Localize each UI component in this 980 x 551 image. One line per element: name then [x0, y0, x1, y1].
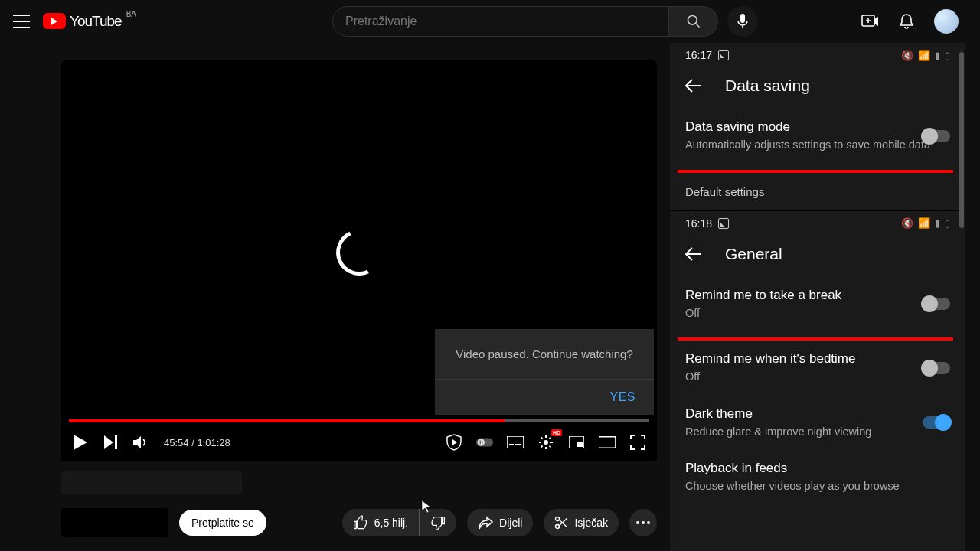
setting-title: Playback in feeds [685, 461, 950, 476]
next-button[interactable] [103, 434, 119, 451]
status-bar-1: 16:17 🔇 📶 ▮ ▯ [670, 43, 965, 67]
data-saving-title: Data saving [725, 77, 810, 95]
search-button[interactable] [669, 6, 718, 37]
picture-icon [718, 50, 729, 60]
progress-fill [69, 419, 505, 422]
settings-button[interactable]: HD [537, 434, 554, 451]
youtube-logo[interactable]: YouTube BA [43, 13, 136, 30]
pause-message: Video paused. Continue watching? [435, 329, 654, 379]
hd-badge: HD [551, 429, 562, 436]
setting-title: Data saving mode [685, 119, 950, 135]
setting-sub: Off [685, 306, 950, 321]
status-bar-2: 16:18 🔇 📶 ▮ ▯ [670, 211, 965, 236]
wifi-icon: 📶 [918, 217, 930, 229]
volume-button[interactable] [133, 434, 150, 451]
video-title-placeholder [61, 471, 242, 494]
play-button[interactable] [72, 434, 89, 451]
clip-button[interactable]: Isječak [544, 509, 619, 536]
data-saving-toggle[interactable] [923, 130, 950, 142]
search-box[interactable] [332, 6, 669, 37]
mute-icon: 🔇 [901, 217, 913, 229]
remind-break-toggle[interactable] [923, 298, 950, 310]
dark-theme-toggle[interactable] [923, 416, 950, 429]
time-display: 45:54 / 1:01:28 [164, 437, 230, 448]
shield-icon[interactable] [446, 434, 462, 451]
svg-point-6 [478, 439, 485, 445]
like-dislike-group: 6,5 hilj. [342, 509, 456, 536]
svg-rect-9 [507, 436, 524, 448]
setting-title: Remind me to take a break [685, 288, 950, 303]
video-player[interactable]: Video paused. Continue watching? YES 45:… [61, 60, 657, 461]
channel-info-placeholder [61, 508, 168, 537]
video-actions-row: Pretplatite se 6,5 hilj. Dijeli Isječak [61, 508, 657, 537]
setting-sub: Reduce glare & improve night viewing [685, 425, 950, 440]
search-input[interactable] [345, 15, 656, 28]
svg-point-20 [647, 521, 650, 524]
like-button[interactable]: 6,5 hilj. [342, 509, 419, 536]
svg-rect-8 [482, 441, 482, 445]
mute-icon: 🔇 [901, 50, 913, 61]
back-button[interactable] [685, 247, 702, 261]
continue-yes-button[interactable]: YES [609, 390, 635, 403]
status-time: 16:18 [685, 217, 712, 230]
svg-marker-4 [452, 439, 457, 445]
notifications-button[interactable] [897, 12, 916, 31]
like-count: 6,5 hilj. [374, 517, 408, 529]
remind-bedtime-toggle[interactable] [923, 362, 950, 374]
data-saving-header: Data saving [670, 67, 965, 109]
battery-icon: ▯ [945, 217, 950, 229]
search-wrap [332, 6, 758, 37]
more-actions-button[interactable] [629, 509, 657, 536]
subtitles-button[interactable] [507, 434, 524, 451]
picture-icon [718, 218, 729, 229]
svg-rect-7 [480, 441, 481, 445]
share-icon [478, 516, 493, 530]
youtube-logo-text: YouTube [70, 13, 122, 30]
thumb-down-icon [430, 515, 446, 530]
create-button[interactable] [861, 12, 879, 31]
svg-rect-15 [599, 437, 616, 448]
dark-theme-setting[interactable]: Dark theme Reduce glare & improve night … [670, 396, 965, 451]
clip-label: Isječak [574, 517, 608, 529]
fullscreen-button[interactable] [629, 434, 646, 451]
svg-rect-10 [509, 444, 514, 445]
autoplay-toggle[interactable] [476, 434, 493, 451]
microphone-icon [737, 14, 748, 29]
more-horizontal-icon [636, 521, 650, 524]
loading-spinner-icon [330, 223, 389, 282]
dislike-button[interactable] [419, 509, 456, 536]
progress-bar[interactable] [69, 419, 649, 422]
account-avatar[interactable] [934, 9, 959, 34]
back-button[interactable] [685, 79, 702, 93]
playback-feeds-setting[interactable]: Playback in feeds Choose whether videos … [670, 450, 965, 505]
status-time: 16:17 [685, 49, 712, 61]
hamburger-menu-icon[interactable] [12, 12, 31, 31]
svg-rect-1 [740, 14, 745, 23]
share-label: Dijeli [499, 517, 522, 529]
svg-point-12 [544, 440, 548, 445]
share-button[interactable]: Dijeli [467, 509, 533, 536]
mobile-screenshots-column: 16:17 🔇 📶 ▮ ▯ Data saving Data saving mo… [670, 43, 965, 551]
wifi-icon: 📶 [918, 50, 930, 61]
subscribe-button[interactable]: Pretplatite se [179, 510, 266, 536]
thumb-up-icon [353, 515, 368, 530]
svg-rect-14 [577, 442, 583, 447]
player-controls: 45:54 / 1:01:28 HD [61, 424, 657, 461]
status-icons: 🔇 📶 ▮ ▯ [901, 217, 950, 229]
remind-bedtime-setting[interactable]: Remind me when it's bedtime Off [670, 341, 965, 396]
voice-search-button[interactable] [727, 6, 758, 37]
theater-mode-button[interactable] [599, 434, 616, 451]
default-settings-label: Default settings [670, 173, 965, 206]
status-icons: 🔇 📶 ▮ ▯ [901, 50, 950, 61]
country-code: BA [126, 10, 136, 18]
svg-point-19 [642, 521, 645, 524]
general-header: General [670, 236, 965, 277]
header-actions [861, 9, 968, 34]
pause-dialog: Video paused. Continue watching? YES [435, 329, 654, 415]
search-icon [686, 14, 701, 29]
remind-break-setting[interactable]: Remind me to take a break Off [670, 277, 965, 332]
data-saving-mode-setting[interactable]: Data saving mode Automatically adjusts s… [670, 109, 965, 164]
signal-icon: ▮ [935, 217, 940, 229]
miniplayer-button[interactable] [568, 434, 585, 451]
svg-point-16 [556, 517, 560, 521]
